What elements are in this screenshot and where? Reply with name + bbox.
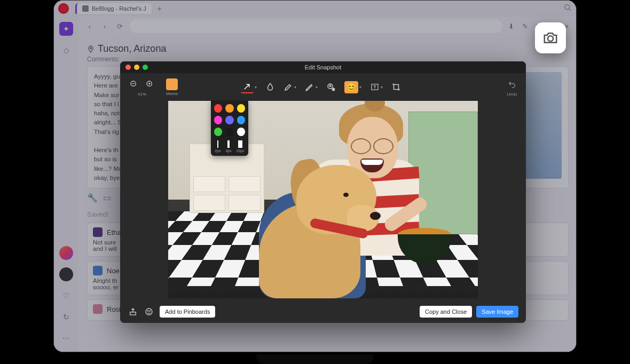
caret-icon: ▾ xyxy=(255,85,257,90)
zoom-in-icon[interactable] xyxy=(144,78,156,91)
highlighter-tool[interactable]: ▾ xyxy=(284,82,296,92)
svg-point-25 xyxy=(149,311,150,311)
canvas-area: 2px 4px 10px xyxy=(120,101,526,300)
modal-title: Edit Snapshot xyxy=(120,64,526,70)
emoji-icon[interactable] xyxy=(144,306,154,317)
snapshot-editor-modal: Edit Snapshot 41% Meme ▾ ▾ xyxy=(120,61,526,323)
laptop-base xyxy=(256,354,374,364)
add-to-pinboards-button[interactable]: Add to Pinboards xyxy=(160,306,215,318)
caret-icon: ▾ xyxy=(294,85,296,90)
zoom-group: 41% xyxy=(128,78,156,97)
copy-and-close-button[interactable]: Copy and Close xyxy=(420,306,472,318)
modal-titlebar: Edit Snapshot xyxy=(120,61,526,73)
arrow-icon xyxy=(241,81,254,93)
text-icon xyxy=(370,82,380,92)
color-swatch-purple[interactable] xyxy=(225,116,233,124)
pencil-tool[interactable]: ▾ xyxy=(305,82,318,92)
meme-icon xyxy=(166,78,178,90)
highlighter-icon xyxy=(284,82,293,92)
camera-icon xyxy=(542,30,558,46)
blur-tool[interactable] xyxy=(265,82,275,92)
svg-point-10 xyxy=(329,85,331,86)
color-swatch-blue[interactable] xyxy=(237,116,245,124)
svg-point-23 xyxy=(146,308,152,315)
color-swatch-orange[interactable] xyxy=(225,104,233,113)
save-image-button[interactable]: Save Image xyxy=(476,306,518,318)
undo-icon xyxy=(506,78,518,91)
arrow-tool[interactable]: ▾ xyxy=(241,81,257,93)
undo-group[interactable]: Undo xyxy=(506,78,518,97)
caret-icon: ▾ xyxy=(359,85,361,90)
undo-label: Undo xyxy=(507,92,517,97)
zoom-out-icon[interactable] xyxy=(128,78,140,91)
modal-footer: Add to Pinboards Copy and Close Save Ima… xyxy=(120,300,526,323)
color-swatch-red[interactable] xyxy=(214,104,222,113)
toolbar-tools: ▾ ▾ ▾ 😊 ▾ ▾ xyxy=(241,81,401,93)
sticker-tool[interactable]: 😊 ▾ xyxy=(344,81,361,93)
color-picker-popup: 2px 4px 10px xyxy=(211,101,248,156)
svg-line-8 xyxy=(245,84,249,89)
crop-tool[interactable] xyxy=(391,82,401,92)
sticker-icon: 😊 xyxy=(344,81,358,93)
svg-point-24 xyxy=(147,311,148,311)
selfie-icon xyxy=(326,82,336,92)
color-swatch-yellow[interactable] xyxy=(237,104,245,113)
crop-icon xyxy=(391,82,401,92)
text-tool[interactable]: ▾ xyxy=(370,82,383,92)
selfie-tool[interactable] xyxy=(326,82,336,92)
window-maximize-button[interactable] xyxy=(143,65,148,70)
meme-label: Meme xyxy=(166,91,178,96)
window-close-button[interactable] xyxy=(125,65,131,70)
color-swatch-black[interactable] xyxy=(225,128,233,136)
color-swatch-magenta[interactable] xyxy=(214,116,222,124)
meme-group[interactable]: Meme xyxy=(166,78,178,96)
modal-toolbar: 41% Meme ▾ ▾ ▾ xyxy=(120,73,526,101)
color-swatch-green[interactable] xyxy=(214,128,222,136)
thickness-10px[interactable]: 10px xyxy=(236,140,244,153)
zoom-label: 41% xyxy=(138,92,146,97)
thickness-2px[interactable]: 2px xyxy=(215,140,220,153)
blur-icon xyxy=(265,82,275,92)
window-minimize-button[interactable] xyxy=(134,65,139,70)
floating-snapshot-button[interactable] xyxy=(535,22,566,53)
caret-icon: ▾ xyxy=(381,85,383,90)
share-icon[interactable] xyxy=(128,306,138,317)
svg-point-26 xyxy=(548,36,553,41)
caret-icon: ▾ xyxy=(316,85,318,90)
pencil-icon xyxy=(305,82,314,92)
svg-rect-17 xyxy=(394,85,399,90)
color-swatch-white[interactable] xyxy=(237,128,245,136)
thickness-4px[interactable]: 4px xyxy=(225,140,231,153)
